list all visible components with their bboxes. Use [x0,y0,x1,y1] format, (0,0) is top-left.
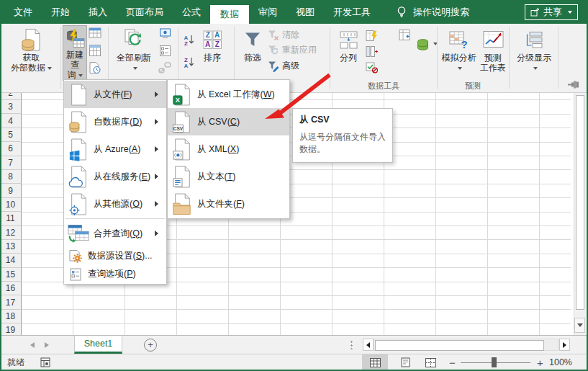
horizontal-scrollbar-thumb[interactable] [375,340,544,351]
recent-sources-icon[interactable] [88,61,102,75]
row-header[interactable]: 13 [0,240,22,254]
new-query-icon [65,27,85,50]
row-header[interactable]: 16 [0,282,22,295]
edit-links-icon[interactable] [158,61,172,75]
tab-review[interactable]: 审阅 [249,0,286,24]
scroll-right-button[interactable] [559,339,570,351]
what-if-analysis-button[interactable]: ? 模拟分析 [440,26,478,79]
get-external-data-label: 获取 外部数据 [11,53,52,73]
submenu-item-from-csv[interactable]: CSV 从 CSV(C) [168,108,289,135]
submenu-item-from-folder[interactable]: 从文件夹(F) [168,190,289,218]
row-header[interactable]: 11 [0,212,22,225]
workbook-connections-icon[interactable] [158,43,172,58]
menu-item-from-online-services[interactable]: 从在线服务(E) [64,163,166,190]
menu-item-from-file[interactable]: 从文件(F) [64,81,166,108]
menu-item-from-other-sources[interactable]: 从其他源(O) [64,190,166,218]
cloud-file-icon [68,165,89,189]
row-header[interactable]: 9 [0,184,22,197]
horizontal-scrollbar[interactable] [374,339,558,351]
what-if-analysis-icon: ? [449,27,469,53]
tab-developer[interactable]: 开发工具 [324,0,380,24]
row-header[interactable]: 6 [0,142,22,156]
lightbulb-icon [396,0,407,24]
row-header[interactable]: 18 [0,310,22,323]
clear-filter-button[interactable]: 清除 [268,29,299,41]
tab-view[interactable]: 视图 [286,0,324,24]
row-header[interactable]: 10 [0,198,22,212]
from-table-icon[interactable] [88,43,102,58]
normal-view-button[interactable] [362,354,388,370]
row-header[interactable]: 19 [0,323,22,335]
zoom-level[interactable]: 100% [549,354,572,370]
row-header[interactable]: 7 [0,156,22,170]
show-queries-icon[interactable] [88,26,102,40]
previous-sheet-button[interactable] [27,342,35,348]
row-header[interactable]: 8 [0,170,22,184]
group-separator [60,27,61,89]
row-header[interactable]: 4 [0,114,22,128]
submenu-arrow-icon [155,231,161,236]
consolidate-icon[interactable] [397,27,412,42]
advanced-filter-button[interactable]: 高级 [268,60,299,72]
tab-home[interactable]: 开始 [42,0,79,24]
excel-window: { "tabs": ["文件","开始","插入","页面布局","公式","数… [0,0,588,371]
vertical-scrollbar-thumb[interactable] [576,95,584,310]
zoom-out-button[interactable]: − [449,354,456,370]
outline-button[interactable]: 分级显示 [513,26,555,79]
next-sheet-button[interactable] [45,342,52,348]
row-header[interactable]: 17 [0,295,22,309]
menu-item-combine-queries[interactable]: 合并查询(Q) [64,220,166,247]
page-layout-view-button[interactable] [392,354,418,370]
svg-text:A: A [214,31,220,39]
filter-button[interactable]: 筛选 [238,26,268,79]
reapply-filter-button[interactable]: 重新应用 [268,44,317,56]
sort-button[interactable]: ZAAZ 排序 [194,26,231,79]
connection-properties-icon[interactable] [158,26,172,40]
get-external-data-button[interactable]: 获取 外部数据 [3,26,60,79]
page-break-view-button[interactable] [417,354,443,370]
menu-item-from-azure[interactable]: 从 Azure(A) [64,135,166,163]
zoom-in-button[interactable]: + [537,354,543,370]
sheet-tab-sheet1[interactable]: Sheet1 [74,336,122,354]
submenu-item-from-excel-workbook[interactable]: X 从 Excel 工作簿(W) [168,81,289,108]
zoom-slider-thumb[interactable] [492,357,497,367]
tab-insert[interactable]: 插入 [79,0,117,24]
menu-item-query-options[interactable]: 查询选项(P) [64,265,166,283]
advanced-filter-label: 高级 [282,60,299,72]
macro-record-icon[interactable] [40,357,50,367]
new-query-button[interactable]: 新建查 询 [63,25,87,81]
manage-data-model-icon[interactable] [415,37,430,52]
menu-item-from-database[interactable]: 自数据库(D) [64,108,166,135]
row-header[interactable]: 12 [0,226,22,240]
row-header[interactable]: 15 [0,268,22,282]
text-to-columns-button[interactable]: 分列 [333,26,363,79]
row-header[interactable]: 14 [0,254,22,267]
tell-me-search[interactable]: 操作说明搜索 [413,0,469,24]
submenu-item-from-xml[interactable]: 从 XML(X) [168,135,289,163]
row-header[interactable]: 5 [0,128,22,142]
tab-splitter-handle[interactable] [350,340,353,349]
tab-data[interactable]: 数据 [210,5,249,24]
tooltip-title: 从 CSV [299,114,386,126]
new-sheet-button[interactable]: + [144,339,157,352]
vertical-scrollbar[interactable] [574,93,586,335]
get-external-data-icon [20,27,43,53]
scroll-left-button[interactable] [363,339,374,351]
pin-ribbon-icon[interactable] [567,79,580,89]
share-button[interactable]: 共享 [525,4,578,20]
submenu-item-label: 从文本(T) [197,171,235,183]
tab-formulas[interactable]: 公式 [173,0,210,24]
data-validation-icon[interactable] [364,60,379,74]
forecast-sheet-button[interactable]: 预测 工作表 [478,26,508,79]
menu-item-data-source-settings[interactable]: 数据源设置(S)... [64,247,166,265]
row-header[interactable]: 2 [0,93,22,100]
row-header[interactable]: 3 [0,100,22,114]
submenu-item-from-text[interactable]: 从文本(T) [168,163,289,190]
remove-duplicates-icon[interactable] [364,44,379,58]
xml-file-icon [171,138,193,161]
flash-fill-icon[interactable] [364,28,379,43]
tab-page-layout[interactable]: 页面布局 [117,0,173,24]
scroll-down-button[interactable] [574,318,585,333]
tab-file[interactable]: 文件 [4,0,42,24]
refresh-all-button[interactable]: 全部刷新 [112,26,156,79]
